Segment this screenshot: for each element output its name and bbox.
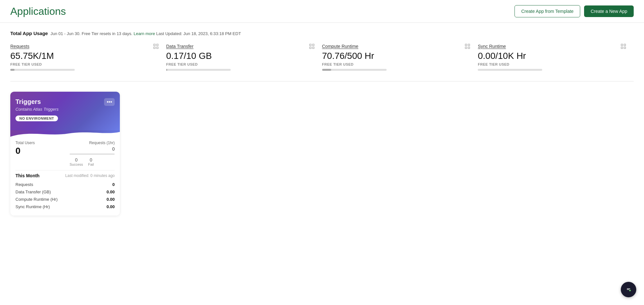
expand-svg-0 (153, 44, 159, 49)
svg-rect-10 (465, 47, 467, 49)
app-card-name: Triggers (15, 98, 59, 106)
stats-row: Sync Runtime (Hr) 0.00 (15, 203, 115, 210)
expand-svg-3 (621, 44, 626, 49)
app-card-body-0: Total Users 0 Requests (1hr) 0 0 Success… (10, 137, 120, 216)
stats-val: 0.00 (107, 189, 115, 194)
success-label: Success (70, 162, 83, 166)
svg-rect-7 (312, 47, 314, 49)
usage-meta: Jun 01 - Jun 30. Free Tier resets in 13 … (51, 31, 241, 36)
usage-bar: Total App Usage Jun 01 - Jun 30. Free Ti… (10, 31, 634, 36)
stats-key: Sync Runtime (Hr) (15, 204, 50, 209)
create-from-template-button[interactable]: Create App from Template (514, 5, 580, 17)
svg-rect-8 (465, 44, 467, 46)
main-content: Total App Usage Jun 01 - Jun 30. Free Ti… (0, 23, 644, 223)
metric-name-2: Compute Runtime (322, 44, 359, 49)
success-fail-group: 0 Success 0 Fail (70, 157, 115, 166)
metric-value-3: 0.00/10K Hr (478, 51, 626, 61)
svg-rect-11 (468, 47, 470, 49)
app-card-header-top: Triggers Contains Atlas Triggers ••• (15, 98, 115, 112)
wave-container (10, 130, 120, 137)
metric-header-2: Compute Runtime (322, 44, 470, 49)
metric-item-0: Requests 65.75K/1M FREE TIER USED (10, 41, 166, 73)
requests-group: Requests (1hr) 0 0 Success 0 Fail (70, 141, 115, 166)
create-new-app-button[interactable]: Create a New App (584, 5, 634, 17)
total-users-group: Total Users 0 (15, 141, 35, 156)
success-col: 0 Success (70, 157, 83, 166)
stats-key: Compute Runtime (Hr) (15, 197, 58, 202)
svg-rect-15 (624, 47, 626, 49)
app-stats-row: Total Users 0 Requests (1hr) 0 0 Success… (15, 141, 115, 166)
stats-val: 0.00 (107, 197, 115, 202)
stats-row: Compute Runtime (Hr) 0.00 (15, 196, 115, 203)
app-card-menu-button[interactable]: ••• (104, 98, 115, 106)
svg-rect-6 (310, 47, 311, 49)
stats-key: Data Transfer (GB) (15, 189, 51, 194)
svg-text:2: 2 (630, 290, 630, 291)
usage-label: Total App Usage (10, 31, 48, 36)
fail-label: Fail (88, 162, 94, 166)
success-value: 0 (70, 157, 83, 162)
env-badge: NO ENVIRONMENT (15, 116, 58, 121)
fail-col: 0 Fail (88, 157, 94, 166)
requests-1hr-label: Requests (1hr) (70, 141, 115, 145)
progress-track-3 (478, 69, 542, 71)
app-card-header-0: Triggers Contains Atlas Triggers ••• NO … (10, 92, 120, 130)
mini-progress (70, 153, 115, 155)
stats-val: 0.00 (107, 204, 115, 209)
app-card-0: Triggers Contains Atlas Triggers ••• NO … (10, 92, 120, 216)
expand-svg-1 (309, 44, 314, 49)
svg-rect-2 (154, 47, 155, 49)
metric-tier-2: FREE TIER USED (322, 62, 470, 66)
metric-item-3: Sync Runtime 0.00/10K Hr FREE TIER USED (478, 41, 634, 73)
metric-tier-0: FREE TIER USED (10, 62, 159, 66)
usage-last-updated: Last Updated: Jun 18, 2023, 6:33:18 PM E… (156, 31, 241, 36)
monthly-stats-table: Requests 0 Data Transfer (GB) 0.00 Compu… (15, 181, 115, 210)
progress-track-1 (166, 69, 231, 71)
chat-button[interactable]: 2 (621, 282, 636, 297)
stats-row: Data Transfer (GB) 0.00 (15, 188, 115, 196)
learn-more-link[interactable]: Learn more (134, 31, 155, 36)
metric-tier-3: FREE TIER USED (478, 62, 626, 66)
total-users-label: Total Users (15, 141, 35, 145)
metric-header-1: Data Transfer (166, 44, 314, 49)
expand-icon-1[interactable] (309, 44, 314, 49)
ellipsis-icon: ••• (107, 99, 112, 105)
progress-fill-0 (10, 69, 14, 71)
svg-rect-0 (154, 44, 155, 46)
metric-value-2: 70.76/500 Hr (322, 51, 470, 61)
svg-rect-1 (157, 44, 158, 46)
app-card-subtitle: Contains Atlas Triggers (15, 107, 59, 112)
metric-name-0: Requests (10, 44, 29, 49)
expand-icon-2[interactable] (465, 44, 470, 49)
svg-rect-12 (621, 44, 623, 46)
header-actions: Create App from Template Create a New Ap… (514, 5, 634, 17)
progress-fill-1 (166, 69, 167, 71)
progress-track-2 (322, 69, 387, 71)
svg-rect-4 (310, 44, 311, 46)
progress-fill-2 (322, 69, 331, 71)
metric-header-0: Requests (10, 44, 159, 49)
last-modified: Last modified: 0 minutes ago (65, 173, 115, 178)
metric-value-0: 65.75K/1M (10, 51, 159, 61)
expand-icon-3[interactable] (621, 44, 626, 49)
svg-rect-14 (621, 47, 623, 49)
svg-rect-3 (157, 47, 158, 49)
metric-item-2: Compute Runtime 70.76/500 Hr FREE TIER U… (322, 41, 478, 73)
requests-1hr-value: 0 (70, 146, 115, 152)
stats-row: Requests 0 (15, 181, 115, 188)
stats-val: 0 (112, 182, 115, 187)
wave-svg (10, 130, 120, 137)
app-card-title-group: Triggers Contains Atlas Triggers (15, 98, 59, 112)
expand-svg-2 (465, 44, 470, 49)
progress-track-0 (10, 69, 75, 71)
metric-name-3: Sync Runtime (478, 44, 506, 49)
metric-value-1: 0.17/10 GB (166, 51, 314, 61)
metric-item-1: Data Transfer 0.17/10 GB FREE TIER USED (166, 41, 322, 73)
total-users-value: 0 (15, 146, 35, 156)
page-header: Applications Create App from Template Cr… (0, 0, 644, 23)
metrics-grid: Requests 65.75K/1M FREE TIER USED Data T… (10, 41, 634, 81)
expand-icon-0[interactable] (153, 44, 159, 49)
metric-tier-1: FREE TIER USED (166, 62, 314, 66)
svg-rect-5 (312, 44, 314, 46)
this-month-header: This Month Last modified: 0 minutes ago (15, 173, 115, 178)
